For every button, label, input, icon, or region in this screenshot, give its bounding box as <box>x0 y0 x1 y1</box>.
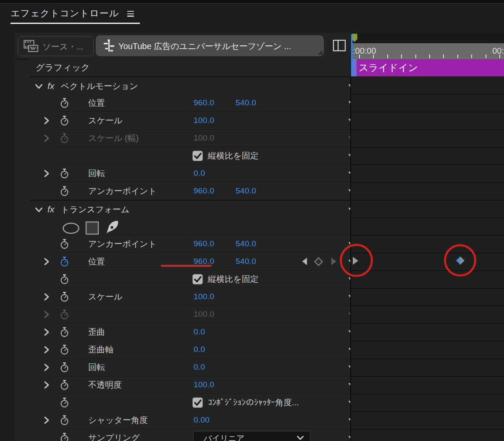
vm-position-value-y[interactable]: 540.0 <box>236 94 256 112</box>
tf-anchor-point-value-y[interactable]: 540.0 <box>236 235 256 253</box>
stopwatch-icon[interactable] <box>60 380 69 392</box>
stopwatch-icon[interactable] <box>60 344 69 357</box>
row-effect-transform: fxトランスフォーム <box>29 200 366 218</box>
vm-anchor-point-value-x[interactable]: 960.0 <box>194 182 214 200</box>
property-label: 位置 <box>88 253 105 270</box>
annotation-red-circle-2 <box>444 244 476 277</box>
stopwatch-icon[interactable] <box>60 309 69 321</box>
row-tf-opacity: 不透明度100.0 <box>29 376 366 394</box>
twirl-right-icon[interactable] <box>43 328 50 338</box>
twirl-right-icon[interactable] <box>43 416 50 426</box>
stopwatch-icon[interactable] <box>60 186 69 198</box>
stopwatch-icon[interactable] <box>60 239 69 251</box>
twirl-down-icon[interactable] <box>35 206 43 214</box>
ruler-tick <box>457 55 458 58</box>
effect-controls-panel: エフェクトコントロール ソース・... <box>0 0 504 441</box>
tf-opacity-value-x[interactable]: 100.0 <box>194 376 214 394</box>
twirl-right-icon[interactable] <box>43 346 50 355</box>
rect-tool-icon[interactable] <box>85 221 99 237</box>
row-tf-position: 位置960.0540.0 <box>29 253 366 270</box>
stopwatch-icon[interactable] <box>60 362 69 374</box>
stopwatch-icon[interactable] <box>60 415 69 427</box>
twirl-right-icon[interactable] <box>43 170 50 179</box>
property-label: 歪曲軸 <box>88 341 113 358</box>
fx-badge[interactable]: fx <box>47 77 54 95</box>
properties-panel: ソース・... YouTube 広告のユニバーサルセーフゾーン ... <box>15 33 351 441</box>
sequence-tab-button[interactable]: YouTube 広告のユニバーサルセーフゾーン ... <box>96 35 324 56</box>
tf-anchor-point-value-x[interactable]: 960.0 <box>194 235 214 253</box>
tf-skew-axis-value-x[interactable]: 0.0 <box>194 341 205 358</box>
vm-scale-value-x[interactable]: 100.0 <box>194 112 214 129</box>
track-divider <box>351 394 504 394</box>
row-vm-scale: スケール100.0 <box>29 112 366 129</box>
tf-shutter-angle-value-x[interactable]: 0.00 <box>194 411 210 429</box>
row-vm-anchor-point: アンカーポイント960.0540.0 <box>29 182 366 200</box>
source-tab-button[interactable]: ソース・... <box>18 36 94 56</box>
vm-scale-width-value-x[interactable]: 100.0 <box>194 129 214 147</box>
fx-badge[interactable]: fx <box>47 201 54 218</box>
twirl-right-icon[interactable] <box>43 293 50 303</box>
sequence-icon <box>103 39 115 54</box>
stopwatch-icon[interactable] <box>60 98 69 110</box>
tf-position-value-x[interactable]: 960.0 <box>194 253 214 270</box>
twirl-right-icon[interactable] <box>43 363 50 373</box>
keyframe-track-area[interactable] <box>351 76 504 441</box>
tf-scale-value-x[interactable]: 100.0 <box>194 288 214 305</box>
tf-use-composition-shutter-checkbox[interactable] <box>192 397 203 410</box>
vm-position-value-x[interactable]: 960.0 <box>194 94 214 112</box>
track-divider <box>351 147 504 148</box>
clip-bar-slide-in[interactable]: スライドイン <box>351 59 504 76</box>
twirl-down-icon[interactable] <box>35 83 43 91</box>
tf-position-value-y[interactable]: 540.0 <box>236 253 256 270</box>
vm-rotation-value-x[interactable]: 0.0 <box>194 164 205 182</box>
stopwatch-icon[interactable] <box>60 433 69 441</box>
twirl-right-icon[interactable] <box>43 134 50 144</box>
split-view-icon[interactable] <box>333 39 346 53</box>
stopwatch-icon[interactable] <box>60 256 69 269</box>
stopwatch-icon[interactable] <box>60 133 69 145</box>
tf-skew-value-x[interactable]: 0.0 <box>194 323 205 341</box>
dropdown-value: バイリニア <box>204 433 244 441</box>
panel-tab-title[interactable]: エフェクトコントロール <box>10 7 119 20</box>
playhead[interactable] <box>351 34 352 76</box>
ellipse-tool-icon[interactable] <box>62 222 80 236</box>
stopwatch-icon[interactable] <box>60 397 69 410</box>
twirl-right-icon[interactable] <box>43 311 50 320</box>
twirl-right-icon[interactable] <box>43 381 50 391</box>
track-divider <box>351 253 504 253</box>
track-divider <box>351 200 504 201</box>
ruler-tick <box>443 55 444 58</box>
stopwatch-icon[interactable] <box>60 115 69 128</box>
tf-uniform-scale-checkbox[interactable] <box>192 274 203 286</box>
vm-uniform-scale-checkbox[interactable] <box>192 151 203 163</box>
track-divider <box>351 411 504 412</box>
pen-tool-icon[interactable] <box>105 219 121 237</box>
checkbox-label: 縦横比を固定 <box>208 270 258 288</box>
tf-rotation-value-x[interactable]: 0.0 <box>194 358 205 376</box>
row-tf-scale: スケール100.0 <box>29 288 366 305</box>
tf-scale-width-value-x[interactable]: 100.0 <box>194 305 214 323</box>
effect-name-label: トランスフォーム <box>61 201 129 218</box>
clip-label: スライドイン <box>359 61 418 74</box>
stopwatch-icon[interactable] <box>60 274 69 286</box>
timeline-ruler[interactable]: :00:00 00: <box>351 43 504 59</box>
twirl-right-icon[interactable] <box>43 117 50 126</box>
stopwatch-icon[interactable] <box>60 327 69 339</box>
panel-menu-icon[interactable] <box>127 11 134 17</box>
tab-active-underline <box>10 23 140 24</box>
row-tf-use-composition-shutter: ｺﾝﾎﾟｼﾞｼｮﾝのｼｬｯﾀｰ角度... <box>29 394 366 411</box>
stopwatch-icon[interactable] <box>60 168 69 180</box>
window-top-edge <box>0 0 504 4</box>
track-divider <box>351 376 504 377</box>
work-area-marker-icon[interactable] <box>352 34 357 44</box>
row-tf-shutter-angle: シャッター角度0.00 <box>29 411 366 429</box>
track-divider <box>351 129 504 130</box>
tf-sampling-dropdown[interactable]: バイリニア <box>193 431 310 441</box>
ruler-tick <box>471 55 472 58</box>
keyframe-nav-buttons[interactable] <box>302 257 338 268</box>
vm-anchor-point-value-y[interactable]: 540.0 <box>236 182 256 200</box>
track-divider <box>351 429 504 430</box>
stopwatch-icon[interactable] <box>60 292 69 304</box>
twirl-right-icon[interactable] <box>43 258 50 267</box>
annotation-red-circle-1 <box>340 244 373 277</box>
